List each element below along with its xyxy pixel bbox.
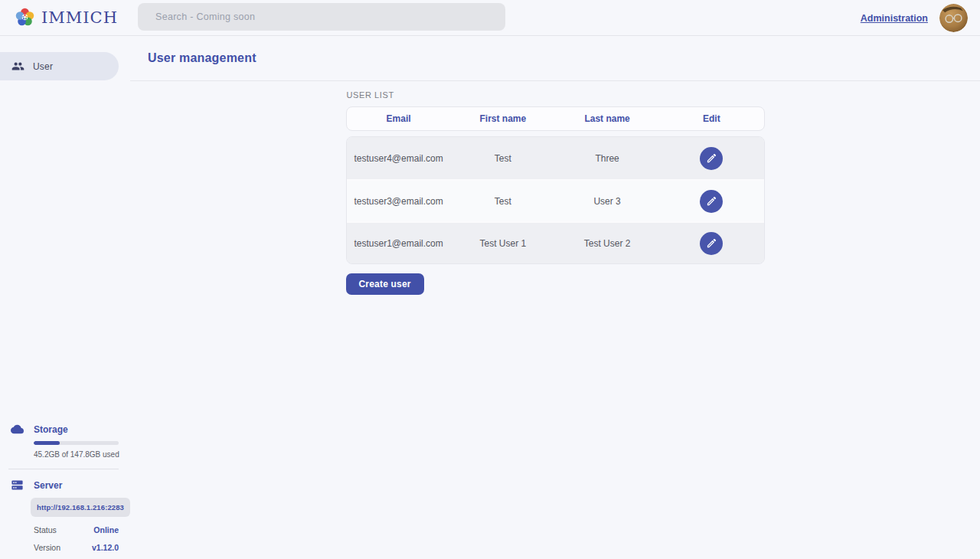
administration-link[interactable]: Administration (861, 13, 928, 24)
column-header-edit: Edit (659, 113, 763, 124)
users-group-icon (11, 60, 24, 73)
cell-edit (659, 147, 763, 170)
cell-email: testuser4@email.com (347, 153, 451, 164)
storage-usage-text: 45.2GB of 147.8GB used (34, 450, 130, 459)
create-user-button[interactable]: Create user (346, 273, 424, 295)
avatar-photo (939, 4, 968, 32)
storage-title: Storage (34, 424, 68, 435)
pencil-icon (706, 237, 717, 249)
content-area: USER LIST Email First name Last name Edi… (130, 81, 980, 295)
cell-first-name: Test (451, 153, 555, 164)
edit-user-button[interactable] (700, 147, 723, 170)
page-title: User management (148, 51, 256, 65)
storage-progress-bar (34, 441, 119, 445)
cell-first-name: Test User 1 (451, 238, 555, 249)
server-url-badge: http://192.168.1.216:2283 (31, 498, 130, 517)
pencil-icon (706, 152, 717, 164)
cell-first-name: Test (451, 196, 555, 207)
cell-last-name: Three (555, 153, 659, 164)
column-header-last-name: Last name (555, 113, 659, 124)
server-title: Server (34, 480, 62, 491)
cloud-icon (11, 423, 24, 436)
edit-user-button[interactable] (700, 190, 723, 213)
server-section-header: Server (0, 479, 130, 492)
sidebar-divider (8, 469, 119, 469)
table-body: testuser4@email.com Test Three testuser3… (346, 136, 765, 264)
page-title-bar: User management (130, 36, 980, 81)
main-content: User management USER LIST Email First na… (130, 36, 980, 559)
server-status-row: Status Online (34, 525, 119, 534)
cell-edit (659, 190, 763, 213)
server-icon (11, 479, 24, 492)
pencil-icon (706, 195, 717, 207)
table-row: testuser3@email.com Test User 3 (347, 179, 764, 221)
immich-flower-icon (15, 7, 35, 28)
status-value: Online (93, 525, 119, 534)
storage-section-header: Storage (0, 423, 130, 436)
version-label: Version (34, 543, 60, 552)
sidebar-item-label: User (33, 61, 53, 72)
storage-progress-fill (34, 441, 60, 445)
version-value: v1.12.0 (92, 543, 119, 552)
table-row: testuser4@email.com Test Three (347, 137, 764, 179)
edit-user-button[interactable] (700, 232, 723, 255)
table-row: testuser1@email.com Test User 1 Test Use… (347, 221, 764, 263)
server-version-row: Version v1.12.0 (34, 543, 119, 552)
sidebar: User Storage 45.2GB of 147.8GB used S (0, 36, 130, 559)
top-header: IMMICH Administration (0, 0, 980, 36)
table-header-row: Email First name Last name Edit (346, 106, 765, 131)
header-right-group: Administration (861, 0, 968, 36)
column-header-email: Email (347, 113, 451, 124)
cell-last-name: User 3 (555, 196, 659, 207)
user-list-title: USER LIST (347, 90, 765, 100)
cell-email: testuser3@email.com (347, 196, 451, 207)
cell-email: testuser1@email.com (347, 238, 451, 249)
status-label: Status (34, 525, 57, 534)
user-list-section: USER LIST Email First name Last name Edi… (346, 90, 765, 295)
cell-last-name: Test User 2 (555, 238, 659, 249)
app-title: IMMICH (41, 8, 118, 27)
column-header-first-name: First name (451, 113, 555, 124)
search-input[interactable] (138, 3, 505, 31)
user-avatar[interactable] (939, 4, 968, 32)
sidebar-bottom-panel: Storage 45.2GB of 147.8GB used Server ht… (0, 423, 130, 552)
sidebar-item-user[interactable]: User (0, 52, 119, 80)
app-logo[interactable]: IMMICH (15, 7, 118, 28)
cell-edit (659, 232, 763, 255)
